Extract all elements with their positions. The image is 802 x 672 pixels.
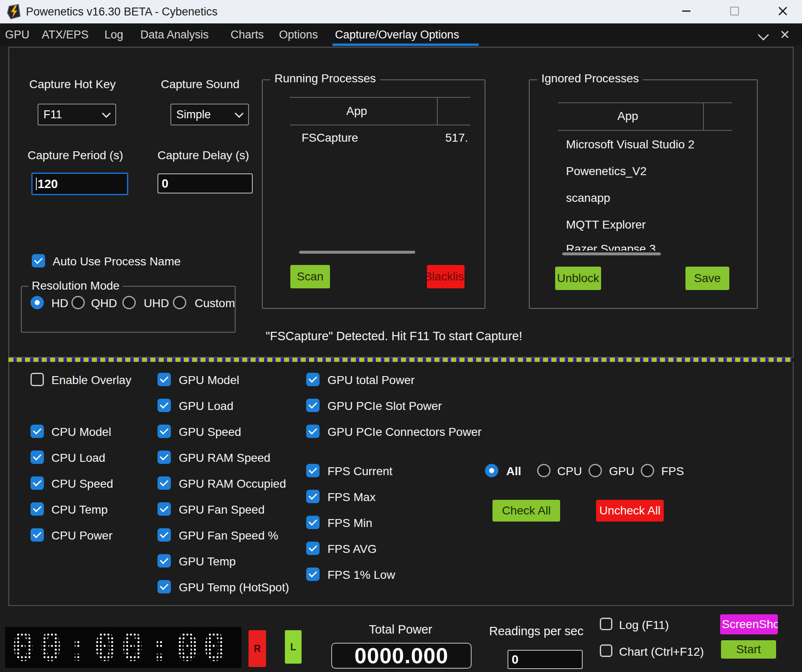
overlay-label-cpu-model: CPU Model xyxy=(51,425,111,439)
running-process-row-app[interactable]: FSCapture xyxy=(302,131,358,145)
overlay-checkbox-gpu-temp[interactable] xyxy=(157,554,171,568)
capture-sound-select[interactable]: Simple xyxy=(170,104,249,125)
ignored-process-row[interactable]: MQTT Explorer xyxy=(566,218,646,232)
overlay-checkbox-cpu-speed[interactable] xyxy=(30,476,44,490)
overlay-checkbox-fps-avg[interactable] xyxy=(306,542,320,555)
readings-per-sec-input[interactable]: 0 xyxy=(508,650,583,669)
ignored-app-column-header[interactable]: App xyxy=(617,109,638,123)
resolution-radio-custom[interactable] xyxy=(173,296,186,309)
checkbox-checked-icon xyxy=(32,254,45,267)
overlay-checkbox-gpu-pcie-connectors-power[interactable] xyxy=(306,425,320,438)
tab-data-analysis[interactable]: Data Analysis xyxy=(140,23,209,46)
overlay-checkbox-cpu-temp[interactable] xyxy=(30,502,44,516)
overlay-label-cpu-temp: CPU Temp xyxy=(51,503,108,517)
save-button[interactable]: Save xyxy=(685,267,729,290)
overlay-label-gpu-load: GPU Load xyxy=(179,400,233,413)
l-button[interactable]: L xyxy=(285,630,302,664)
check-all-button[interactable]: Check All xyxy=(492,500,560,522)
overlay-checkbox-gpu-fan-speed[interactable] xyxy=(157,502,171,516)
resolution-label-hd: HD xyxy=(51,297,68,310)
resolution-radio-uhd[interactable] xyxy=(122,296,136,309)
tab-gpu[interactable]: GPU xyxy=(5,23,30,46)
overlay-checkbox-fps-min[interactable] xyxy=(306,516,320,529)
tab-atx-eps[interactable]: ATX/EPS xyxy=(42,23,89,46)
scan-button[interactable]: Scan xyxy=(290,265,330,288)
overlay-checkbox-gpu-ram-speed[interactable] xyxy=(157,451,171,464)
running-app-column-header[interactable]: App xyxy=(346,104,367,118)
window-title: Powenetics v16.30 BETA - Cybenetics xyxy=(26,5,218,18)
table-border xyxy=(558,102,732,103)
unblock-button[interactable]: Unblock xyxy=(555,267,601,290)
close-button[interactable] xyxy=(773,3,792,18)
tabbar-close-icon[interactable] xyxy=(780,29,790,39)
maximize-icon xyxy=(730,7,739,15)
capture-hotkey-select[interactable]: F11 xyxy=(38,104,116,125)
overlay-checkbox-gpu-load[interactable] xyxy=(157,399,171,412)
ignored-processes-group: Ignored Processes App Microsoft Visual S… xyxy=(529,79,758,309)
overlay-checkbox-gpu-model[interactable] xyxy=(157,373,171,386)
start-button[interactable]: Start xyxy=(721,640,776,659)
table-border xyxy=(290,97,470,98)
overlay-checkbox-gpu-speed[interactable] xyxy=(157,425,171,438)
overlay-checkbox-fps-max[interactable] xyxy=(306,490,320,503)
overlay-checkbox-cpu-power[interactable] xyxy=(30,528,44,542)
tabbar-chevron-down-icon[interactable] xyxy=(759,31,767,39)
overlay-label-gpu-temp: GPU Temp xyxy=(179,555,236,568)
overlay-checkbox-fps-1pct-low[interactable] xyxy=(306,568,320,581)
ignored-process-row[interactable]: Powenetics_V2 xyxy=(566,165,647,178)
ignored-process-row[interactable]: Razer Synapse 3 xyxy=(566,242,656,251)
screenshot-button[interactable]: ScreenShot xyxy=(720,614,778,634)
overlay-checkbox-fps-current[interactable] xyxy=(306,464,320,477)
table-border xyxy=(558,130,732,131)
overlay-label-fps-min: FPS Min xyxy=(327,517,372,530)
tab-capture-overlay-options[interactable]: Capture/Overlay Options xyxy=(335,23,459,46)
filter-label-all: All xyxy=(506,465,521,478)
filter-radio-all[interactable] xyxy=(485,464,498,477)
running-list-hscrollbar[interactable] xyxy=(299,251,415,254)
r-button[interactable]: R xyxy=(249,630,266,667)
tab-log[interactable]: Log xyxy=(104,23,123,46)
overlay-label-cpu-speed: CPU Speed xyxy=(51,477,113,491)
table-column-divider xyxy=(437,97,438,125)
auto-use-process-checkbox[interactable] xyxy=(32,254,45,267)
log-checkbox[interactable] xyxy=(600,618,612,630)
ignored-processes-group-label: Ignored Processes xyxy=(537,72,643,85)
maximize-button[interactable] xyxy=(725,3,744,18)
text-caret xyxy=(36,178,37,190)
filter-radio-cpu[interactable] xyxy=(537,464,551,477)
resolution-radio-hd[interactable] xyxy=(30,296,44,309)
filter-label-cpu: CPU xyxy=(557,465,582,478)
overlay-checkbox-cpu-load[interactable] xyxy=(30,451,44,464)
minimize-button[interactable] xyxy=(677,3,696,18)
overlay-checkbox-cpu-model[interactable] xyxy=(30,425,44,438)
overlay-label-gpu-ram-speed: GPU RAM Speed xyxy=(179,451,270,465)
resolution-label-uhd: UHD xyxy=(144,297,169,310)
chart-checkbox[interactable] xyxy=(600,644,612,657)
ignored-process-row[interactable]: scanapp xyxy=(566,191,610,205)
tab-options[interactable]: Options xyxy=(279,23,318,46)
uncheck-all-button[interactable]: Uncheck All xyxy=(596,500,664,522)
filter-radio-gpu[interactable] xyxy=(589,464,602,477)
ignored-list-hscrollbar[interactable] xyxy=(562,252,661,255)
checkbox-unchecked-icon xyxy=(30,373,44,386)
capture-delay-input[interactable]: 0 xyxy=(157,173,253,193)
blacklist-button[interactable]: Blacklist xyxy=(427,265,464,288)
overlay-checkbox-gpu-ram-occupied[interactable] xyxy=(157,476,171,490)
overlay-label-fps-max: FPS Max xyxy=(327,491,376,504)
resolution-radio-qhd[interactable] xyxy=(71,296,85,309)
overlay-label-gpu-pcie-connectors-power: GPU PCIe Connectors Power xyxy=(327,425,482,439)
ignored-process-row[interactable]: Microsoft Visual Studio 2 xyxy=(566,138,703,151)
overlay-label-fps-avg: FPS AVG xyxy=(327,542,377,556)
overlay-checkbox-gpu-fan-speed-pct[interactable] xyxy=(157,528,171,542)
capture-hotkey-value: F11 xyxy=(43,108,62,121)
enable-overlay-checkbox[interactable] xyxy=(30,373,44,386)
filter-radio-fps[interactable] xyxy=(641,464,654,477)
overlay-checkbox-gpu-temp-hotspot[interactable] xyxy=(157,580,171,593)
capture-period-input[interactable]: 120 xyxy=(31,173,128,195)
ignored-process-list: Microsoft Visual Studio 2 Powenetics_V2 … xyxy=(565,133,703,251)
overlay-checkbox-gpu-pcie-slot-power[interactable] xyxy=(306,399,320,412)
resolution-mode-group: HD QHD UHD Custom xyxy=(21,286,236,333)
readings-per-sec-label: Readings per sec xyxy=(489,624,584,638)
overlay-checkbox-gpu-total-power[interactable] xyxy=(306,373,320,386)
tab-charts[interactable]: Charts xyxy=(231,23,264,46)
